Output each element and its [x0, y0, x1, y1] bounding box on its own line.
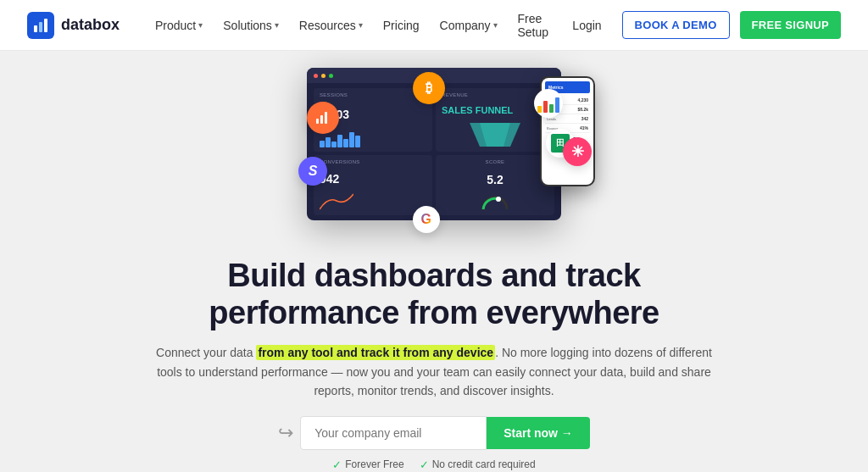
book-demo-button[interactable]: BOOK A DEMO: [622, 11, 730, 39]
check-icon: ✓: [332, 458, 342, 471]
svg-point-5: [496, 197, 501, 202]
start-now-button[interactable]: Start now →: [487, 417, 590, 449]
nav-actions: Login BOOK A DEMO FREE SIGNUP: [562, 11, 841, 39]
asterisk-float-icon: ✳: [563, 137, 592, 166]
trust-forever-free: ✓ Forever Free: [332, 458, 403, 471]
hero-subtext: Connect your data from any tool and trac…: [154, 343, 714, 400]
svg-rect-1: [39, 22, 42, 32]
check-icon: ✓: [420, 458, 429, 471]
nav-product[interactable]: Product ▾: [147, 12, 211, 39]
logo-icon: [27, 12, 54, 39]
nav-company[interactable]: Company ▾: [431, 12, 506, 39]
svg-rect-2: [44, 19, 47, 32]
chevron-down-icon: ▾: [275, 20, 279, 30]
bitcoin-float-icon: ₿: [413, 72, 445, 104]
stripe-float-icon: S: [298, 157, 327, 186]
hero-section: Sessions 5,303: [0, 51, 868, 472]
login-link[interactable]: Login: [562, 12, 611, 39]
email-input[interactable]: [300, 416, 487, 450]
chevron-down-icon: ▾: [198, 20, 203, 30]
free-signup-button[interactable]: FREE SIGNUP: [740, 11, 841, 39]
svg-rect-8: [325, 112, 327, 124]
chevron-down-icon: ▾: [493, 20, 498, 30]
nav-pricing[interactable]: Pricing: [375, 12, 428, 39]
hero-text: Build dashboards and track performance f…: [86, 258, 782, 416]
hero-headline: Build dashboards and track performance f…: [154, 258, 714, 331]
navbar: databox Product ▾ Solutions ▾ Resources …: [0, 0, 868, 51]
nav-links: Product ▾ Solutions ▾ Resources ▾ Pricin…: [147, 5, 562, 46]
trust-no-credit-card: ✓ No credit card required: [420, 458, 536, 471]
google-float-icon: G: [413, 206, 440, 233]
adwords-float-icon: [534, 89, 563, 118]
hero-visual: Sessions 5,303: [0, 51, 868, 254]
cta-row: ↪ Start now →: [278, 416, 590, 450]
dashboard-mockup: Sessions 5,303: [256, 68, 612, 246]
nav-resources[interactable]: Resources ▾: [291, 12, 371, 39]
svg-rect-7: [320, 115, 323, 124]
trust-row: ✓ Forever Free ✓ No credit card required: [332, 458, 535, 471]
svg-rect-0: [34, 25, 37, 32]
brand-name: databox: [61, 16, 120, 34]
nav-solutions[interactable]: Solutions ▾: [214, 12, 287, 39]
arrow-hint-icon: ↪: [278, 422, 293, 444]
svg-rect-6: [316, 119, 319, 124]
logo[interactable]: databox: [27, 12, 120, 39]
analytics-float-icon: [307, 102, 339, 134]
nav-free-setup[interactable]: Free Setup: [509, 5, 563, 46]
chevron-down-icon: ▾: [359, 20, 363, 30]
